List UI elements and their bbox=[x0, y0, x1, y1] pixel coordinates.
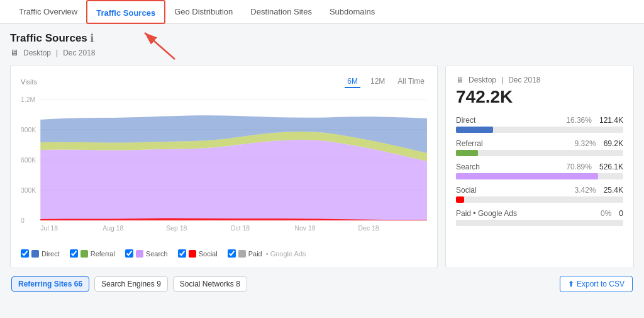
export-csv-label: Export to CSV bbox=[577, 280, 625, 288]
tab-search-engines[interactable]: Search Engines 9 bbox=[94, 276, 168, 292]
legend-social-check[interactable] bbox=[178, 249, 186, 258]
stat-search-val: 526.1K bbox=[599, 162, 623, 171]
stat-direct-pct: 16.36% bbox=[566, 116, 592, 125]
chart-area: 1.2M 900K 600K 300K 0 bbox=[21, 93, 427, 244]
stat-paid-pct: 0% bbox=[601, 209, 611, 218]
stats-period: Dec 2018 bbox=[508, 76, 540, 84]
page-title: Traffic Sources bbox=[10, 32, 87, 45]
stat-row-social: Social 3.42% 25.4K bbox=[456, 186, 623, 203]
tab-social-networks[interactable]: Social Networks 8 bbox=[173, 276, 247, 292]
stat-search-values: 70.89% 526.1K bbox=[566, 162, 623, 171]
bottom-bar: Referring Sites 66 Search Engines 9 Soci… bbox=[10, 276, 634, 292]
info-icon: ℹ bbox=[90, 31, 94, 45]
time-btn-6m[interactable]: 6M bbox=[345, 76, 360, 88]
main-content: Visits 6M 12M All Time 1.2M 900K 600K 30… bbox=[10, 65, 634, 268]
svg-text:Nov 18: Nov 18 bbox=[295, 225, 316, 232]
stat-direct-bar-bg bbox=[456, 127, 623, 133]
time-btn-alltime[interactable]: All Time bbox=[395, 76, 427, 88]
tab-search-engines-label: Search Engines bbox=[101, 280, 155, 288]
legend-referral-label: Referral bbox=[91, 250, 115, 258]
legend-referral-color bbox=[80, 250, 88, 258]
upload-icon: ⬆ bbox=[568, 280, 574, 288]
top-navigation: Traffic Overview Traffic Sources Geo Dis… bbox=[0, 0, 644, 24]
tab-search-engines-count: 9 bbox=[157, 280, 161, 288]
bottom-tabs: Referring Sites 66 Search Engines 9 Soci… bbox=[11, 276, 247, 292]
stat-direct-val: 121.4K bbox=[599, 116, 623, 125]
legend-social: Social bbox=[178, 249, 218, 258]
tab-referring-sites-count: 66 bbox=[74, 280, 82, 288]
nav-subdomains[interactable]: Subdomains bbox=[321, 0, 384, 24]
stat-paid-val: 0 bbox=[619, 209, 623, 218]
legend-direct-color bbox=[31, 250, 39, 258]
total-visits: 742.2K bbox=[456, 87, 623, 107]
stat-search-name: Search bbox=[456, 162, 480, 171]
page-subtitle: 🖥 Desktop | Dec 2018 bbox=[10, 48, 634, 57]
svg-text:Sep 18: Sep 18 bbox=[166, 225, 187, 232]
stat-row-paid-header: Paid • Google Ads 0% 0 bbox=[456, 209, 623, 218]
stat-search-pct: 70.89% bbox=[566, 162, 592, 171]
stat-row-direct-header: Direct 16.36% 121.4K bbox=[456, 116, 623, 125]
stat-social-bar-bg bbox=[456, 196, 623, 203]
tab-referring-sites-label: Referring Sites bbox=[18, 280, 72, 288]
page-device: Desktop bbox=[23, 48, 51, 57]
stat-referral-val: 69.2K bbox=[604, 139, 623, 148]
stat-referral-bar-fill bbox=[456, 150, 478, 156]
export-csv-button[interactable]: ⬆ Export to CSV bbox=[560, 276, 633, 292]
stat-referral-name: Referral bbox=[456, 139, 483, 148]
tab-referring-sites[interactable]: Referring Sites 66 bbox=[11, 276, 89, 292]
legend-paid-extra: • Google Ads bbox=[266, 250, 306, 258]
stat-search-bar-bg bbox=[456, 173, 623, 179]
svg-text:Jul 18: Jul 18 bbox=[40, 225, 58, 232]
stat-paid-bar-bg bbox=[456, 220, 623, 226]
stat-social-pct: 3.42% bbox=[575, 186, 596, 195]
legend-referral: Referral bbox=[70, 249, 115, 258]
chart-y-label: Visits bbox=[21, 78, 37, 86]
tab-social-networks-count: 8 bbox=[236, 280, 240, 288]
stat-row-social-header: Social 3.42% 25.4K bbox=[456, 186, 623, 195]
legend-social-color bbox=[189, 250, 196, 258]
page-header: Traffic Sources ℹ bbox=[10, 31, 634, 45]
nav-geo-distribution[interactable]: Geo Distribution bbox=[165, 0, 242, 24]
stat-social-bar-fill bbox=[456, 196, 464, 203]
legend-direct: Direct bbox=[21, 249, 60, 258]
stat-referral-pct: 9.32% bbox=[575, 139, 596, 148]
legend-paid-label: Paid bbox=[248, 250, 262, 258]
stat-row-referral: Referral 9.32% 69.2K bbox=[456, 139, 623, 156]
chart-panel: Visits 6M 12M All Time 1.2M 900K 600K 30… bbox=[10, 65, 438, 268]
legend-referral-check[interactable] bbox=[70, 249, 78, 258]
svg-text:600K: 600K bbox=[21, 157, 36, 164]
legend-direct-check[interactable] bbox=[21, 249, 29, 258]
stat-social-name: Social bbox=[456, 186, 477, 195]
stats-separator: | bbox=[501, 76, 503, 84]
stat-search-bar-fill bbox=[456, 173, 598, 179]
chart-svg: 1.2M 900K 600K 300K 0 bbox=[21, 93, 427, 232]
stat-direct-name: Direct bbox=[456, 116, 475, 125]
stat-direct-values: 16.36% 121.4K bbox=[566, 116, 623, 125]
legend-search: Search bbox=[125, 249, 168, 258]
legend-search-color bbox=[136, 250, 143, 258]
stats-panel: 🖥 Desktop | Dec 2018 742.2K Direct 16.36… bbox=[445, 65, 634, 268]
page-content: Traffic Sources ℹ 🖥 Desktop | Dec 2018 V… bbox=[0, 24, 644, 300]
legend-paid-color bbox=[238, 250, 246, 258]
legend-search-check[interactable] bbox=[125, 249, 133, 258]
stat-row-search-header: Search 70.89% 526.1K bbox=[456, 162, 623, 171]
stat-row-direct: Direct 16.36% 121.4K bbox=[456, 116, 623, 133]
nav-destination-sites[interactable]: Destination Sites bbox=[242, 0, 321, 24]
svg-text:Oct 18: Oct 18 bbox=[230, 225, 250, 232]
nav-traffic-sources[interactable]: Traffic Sources bbox=[86, 0, 165, 24]
chart-header: Visits 6M 12M All Time bbox=[21, 76, 427, 88]
legend-paid: Paid • Google Ads bbox=[228, 249, 306, 258]
stat-referral-bar-bg bbox=[456, 150, 623, 156]
svg-text:900K: 900K bbox=[21, 127, 36, 133]
legend-direct-label: Direct bbox=[42, 250, 60, 258]
svg-text:300K: 300K bbox=[21, 187, 36, 194]
stat-row-search: Search 70.89% 526.1K bbox=[456, 162, 623, 179]
nav-traffic-overview[interactable]: Traffic Overview bbox=[10, 0, 86, 24]
stat-paid-values: 0% 0 bbox=[601, 209, 623, 218]
subtitle-separator: | bbox=[56, 48, 58, 57]
time-btn-12m[interactable]: 12M bbox=[368, 76, 387, 88]
stat-social-val: 25.4K bbox=[604, 186, 623, 195]
time-controls: 6M 12M All Time bbox=[345, 76, 427, 88]
legend-paid-check[interactable] bbox=[228, 249, 236, 258]
stat-social-values: 3.42% 25.4K bbox=[575, 186, 623, 195]
